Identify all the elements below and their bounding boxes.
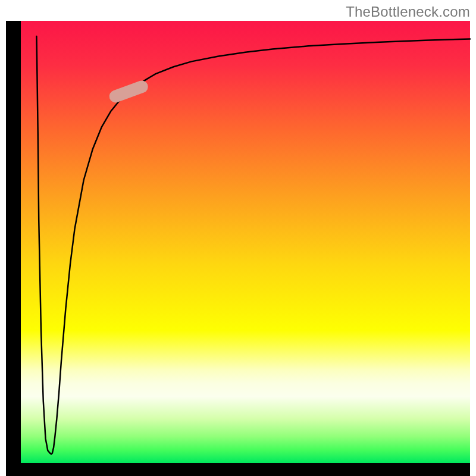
chart-container: TheBottleneck.com: [0, 0, 476, 476]
watermark-label: TheBottleneck.com: [346, 4, 470, 20]
plot-background: [21, 21, 470, 463]
bottleneck-chart: [0, 0, 476, 476]
